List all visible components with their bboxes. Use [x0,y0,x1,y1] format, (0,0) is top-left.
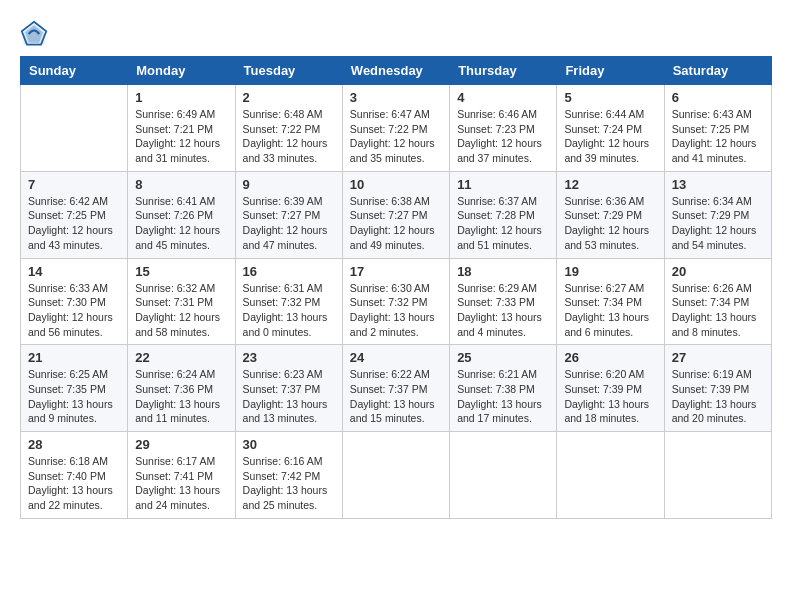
day-info: Sunrise: 6:21 AMSunset: 7:38 PMDaylight:… [457,367,549,426]
day-number: 29 [135,437,227,452]
calendar-week-row: 1Sunrise: 6:49 AMSunset: 7:21 PMDaylight… [21,85,772,172]
calendar-cell: 13Sunrise: 6:34 AMSunset: 7:29 PMDayligh… [664,171,771,258]
calendar-cell: 2Sunrise: 6:48 AMSunset: 7:22 PMDaylight… [235,85,342,172]
day-info: Sunrise: 6:22 AMSunset: 7:37 PMDaylight:… [350,367,442,426]
calendar-cell [21,85,128,172]
calendar-header-friday: Friday [557,57,664,85]
calendar-cell: 16Sunrise: 6:31 AMSunset: 7:32 PMDayligh… [235,258,342,345]
day-info: Sunrise: 6:29 AMSunset: 7:33 PMDaylight:… [457,281,549,340]
day-info: Sunrise: 6:47 AMSunset: 7:22 PMDaylight:… [350,107,442,166]
day-number: 8 [135,177,227,192]
day-info: Sunrise: 6:17 AMSunset: 7:41 PMDaylight:… [135,454,227,513]
calendar-cell: 21Sunrise: 6:25 AMSunset: 7:35 PMDayligh… [21,345,128,432]
day-number: 16 [243,264,335,279]
svg-marker-3 [25,25,43,43]
calendar-cell: 9Sunrise: 6:39 AMSunset: 7:27 PMDaylight… [235,171,342,258]
day-number: 30 [243,437,335,452]
day-number: 28 [28,437,120,452]
day-info: Sunrise: 6:18 AMSunset: 7:40 PMDaylight:… [28,454,120,513]
day-info: Sunrise: 6:44 AMSunset: 7:24 PMDaylight:… [564,107,656,166]
day-number: 4 [457,90,549,105]
calendar-cell: 17Sunrise: 6:30 AMSunset: 7:32 PMDayligh… [342,258,449,345]
calendar-cell: 10Sunrise: 6:38 AMSunset: 7:27 PMDayligh… [342,171,449,258]
day-info: Sunrise: 6:33 AMSunset: 7:30 PMDaylight:… [28,281,120,340]
calendar-cell: 11Sunrise: 6:37 AMSunset: 7:28 PMDayligh… [450,171,557,258]
day-info: Sunrise: 6:43 AMSunset: 7:25 PMDaylight:… [672,107,764,166]
calendar-header-sunday: Sunday [21,57,128,85]
logo [20,20,52,48]
day-number: 20 [672,264,764,279]
day-info: Sunrise: 6:41 AMSunset: 7:26 PMDaylight:… [135,194,227,253]
calendar-header-monday: Monday [128,57,235,85]
day-info: Sunrise: 6:49 AMSunset: 7:21 PMDaylight:… [135,107,227,166]
day-info: Sunrise: 6:23 AMSunset: 7:37 PMDaylight:… [243,367,335,426]
day-info: Sunrise: 6:26 AMSunset: 7:34 PMDaylight:… [672,281,764,340]
day-number: 6 [672,90,764,105]
calendar-week-row: 21Sunrise: 6:25 AMSunset: 7:35 PMDayligh… [21,345,772,432]
calendar-cell: 26Sunrise: 6:20 AMSunset: 7:39 PMDayligh… [557,345,664,432]
calendar-header-tuesday: Tuesday [235,57,342,85]
calendar-cell: 29Sunrise: 6:17 AMSunset: 7:41 PMDayligh… [128,432,235,519]
day-info: Sunrise: 6:37 AMSunset: 7:28 PMDaylight:… [457,194,549,253]
day-number: 27 [672,350,764,365]
calendar-table: SundayMondayTuesdayWednesdayThursdayFrid… [20,56,772,519]
day-number: 26 [564,350,656,365]
day-number: 17 [350,264,442,279]
calendar-cell: 24Sunrise: 6:22 AMSunset: 7:37 PMDayligh… [342,345,449,432]
calendar-cell: 30Sunrise: 6:16 AMSunset: 7:42 PMDayligh… [235,432,342,519]
calendar-header-saturday: Saturday [664,57,771,85]
page-header [20,20,772,48]
day-number: 19 [564,264,656,279]
day-number: 11 [457,177,549,192]
calendar-cell: 12Sunrise: 6:36 AMSunset: 7:29 PMDayligh… [557,171,664,258]
day-info: Sunrise: 6:16 AMSunset: 7:42 PMDaylight:… [243,454,335,513]
day-number: 5 [564,90,656,105]
day-number: 13 [672,177,764,192]
day-number: 24 [350,350,442,365]
calendar-cell: 19Sunrise: 6:27 AMSunset: 7:34 PMDayligh… [557,258,664,345]
day-number: 12 [564,177,656,192]
calendar-week-row: 14Sunrise: 6:33 AMSunset: 7:30 PMDayligh… [21,258,772,345]
day-number: 23 [243,350,335,365]
day-number: 10 [350,177,442,192]
day-number: 21 [28,350,120,365]
day-info: Sunrise: 6:34 AMSunset: 7:29 PMDaylight:… [672,194,764,253]
calendar-cell [664,432,771,519]
day-info: Sunrise: 6:25 AMSunset: 7:35 PMDaylight:… [28,367,120,426]
day-info: Sunrise: 6:42 AMSunset: 7:25 PMDaylight:… [28,194,120,253]
day-info: Sunrise: 6:24 AMSunset: 7:36 PMDaylight:… [135,367,227,426]
calendar-header-row: SundayMondayTuesdayWednesdayThursdayFrid… [21,57,772,85]
calendar-cell: 6Sunrise: 6:43 AMSunset: 7:25 PMDaylight… [664,85,771,172]
calendar-cell: 23Sunrise: 6:23 AMSunset: 7:37 PMDayligh… [235,345,342,432]
calendar-cell: 5Sunrise: 6:44 AMSunset: 7:24 PMDaylight… [557,85,664,172]
day-info: Sunrise: 6:39 AMSunset: 7:27 PMDaylight:… [243,194,335,253]
day-info: Sunrise: 6:20 AMSunset: 7:39 PMDaylight:… [564,367,656,426]
day-number: 22 [135,350,227,365]
day-number: 7 [28,177,120,192]
day-info: Sunrise: 6:31 AMSunset: 7:32 PMDaylight:… [243,281,335,340]
calendar-week-row: 7Sunrise: 6:42 AMSunset: 7:25 PMDaylight… [21,171,772,258]
day-number: 3 [350,90,442,105]
day-number: 14 [28,264,120,279]
day-info: Sunrise: 6:27 AMSunset: 7:34 PMDaylight:… [564,281,656,340]
calendar-cell: 7Sunrise: 6:42 AMSunset: 7:25 PMDaylight… [21,171,128,258]
calendar-cell: 22Sunrise: 6:24 AMSunset: 7:36 PMDayligh… [128,345,235,432]
day-number: 18 [457,264,549,279]
day-number: 15 [135,264,227,279]
calendar-cell: 1Sunrise: 6:49 AMSunset: 7:21 PMDaylight… [128,85,235,172]
calendar-header-wednesday: Wednesday [342,57,449,85]
calendar-cell: 8Sunrise: 6:41 AMSunset: 7:26 PMDaylight… [128,171,235,258]
day-number: 1 [135,90,227,105]
calendar-cell: 28Sunrise: 6:18 AMSunset: 7:40 PMDayligh… [21,432,128,519]
calendar-cell: 25Sunrise: 6:21 AMSunset: 7:38 PMDayligh… [450,345,557,432]
calendar-header-thursday: Thursday [450,57,557,85]
calendar-cell [450,432,557,519]
day-number: 9 [243,177,335,192]
calendar-cell: 20Sunrise: 6:26 AMSunset: 7:34 PMDayligh… [664,258,771,345]
calendar-cell: 14Sunrise: 6:33 AMSunset: 7:30 PMDayligh… [21,258,128,345]
calendar-cell: 4Sunrise: 6:46 AMSunset: 7:23 PMDaylight… [450,85,557,172]
day-info: Sunrise: 6:32 AMSunset: 7:31 PMDaylight:… [135,281,227,340]
logo-icon [20,20,48,48]
day-info: Sunrise: 6:48 AMSunset: 7:22 PMDaylight:… [243,107,335,166]
day-info: Sunrise: 6:19 AMSunset: 7:39 PMDaylight:… [672,367,764,426]
